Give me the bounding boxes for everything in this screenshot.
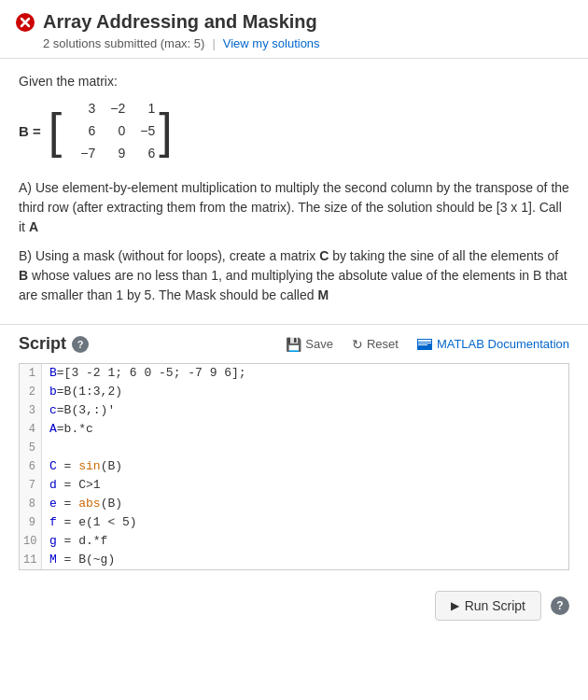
part-a-label: A) Use element-by-element multiplication… [19, 180, 569, 234]
script-actions: 💾 Save ↻ Reset MATLAB Documentation [286, 337, 569, 352]
code-line-8: 8 e = abs(B) [20, 495, 568, 513]
matrix-label: B = [19, 123, 41, 139]
matrix-grid: 3 −2 1 6 0 −5 −7 9 6 [65, 98, 155, 163]
save-button[interactable]: 💾 Save [286, 337, 333, 352]
given-text: Given the matrix: [19, 74, 569, 89]
code-editor[interactable]: 1 B=[3 -2 1; 6 0 -5; -7 9 6]; 2 b=B(1:3,… [19, 363, 569, 570]
code-line-4: 4 A=b.*c [20, 420, 568, 439]
code-line-11: 11 M = B(~g) [20, 551, 568, 569]
line-content-8: e = abs(B) [42, 495, 568, 513]
part-b-m-var: M [317, 287, 329, 302]
svg-rect-6 [418, 344, 427, 345]
problem-header: Array Addressing and Masking 2 solutions… [0, 0, 588, 59]
divider: | [212, 36, 215, 50]
line-content-10: g = d.*f [42, 532, 568, 551]
matrix-cell: 6 [129, 146, 155, 161]
matrix-container: B = [ 3 −2 1 6 0 −5 −7 9 6 ] [19, 98, 569, 163]
matrix-cell: −5 [129, 123, 155, 138]
bottom-row: ▶ Run Script ? [0, 585, 588, 632]
run-script-label: Run Script [465, 598, 525, 613]
matrix-cell: 3 [69, 101, 95, 116]
matrix-cell: 9 [99, 146, 125, 161]
part-b-rest: whose values are no less than 1, and mul… [19, 268, 567, 302]
line-num-1: 1 [20, 364, 42, 383]
part-a-text: A) Use element-by-element multiplication… [19, 178, 569, 237]
line-num-3: 3 [20, 401, 42, 420]
line-content-6: C = sin(B) [42, 457, 568, 476]
line-num-4: 4 [20, 420, 42, 439]
part-a-variable: A [29, 219, 38, 234]
line-num-10: 10 [20, 532, 42, 551]
code-line-9: 9 f = e(1 < 5) [20, 513, 568, 532]
part-b-mid: by taking the sine of all the elements o… [332, 248, 558, 263]
reset-label: Reset [367, 337, 399, 351]
code-line-6: 6 C = sin(B) [20, 457, 568, 476]
part-b-c-var: C [319, 248, 329, 263]
run-icon: ▶ [451, 599, 459, 612]
svg-rect-5 [418, 343, 431, 343]
code-line-1: 1 B=[3 -2 1; 6 0 -5; -7 9 6]; [20, 364, 568, 383]
line-num-8: 8 [20, 495, 42, 513]
part-b-text: B) Using a mask (without for loops), cre… [19, 246, 569, 305]
matlab-icon [417, 339, 432, 350]
title-row: Array Addressing and Masking [15, 11, 573, 33]
matrix-cell: 1 [129, 101, 155, 116]
line-content-11: M = B(~g) [42, 551, 568, 569]
line-content-7: d = C>1 [42, 476, 568, 495]
code-line-3: 3 c=B(3,:)' [20, 401, 568, 420]
line-content-9: f = e(1 < 5) [42, 513, 568, 532]
matrix-cell: −2 [99, 101, 125, 116]
script-help-icon[interactable]: ? [72, 336, 89, 353]
line-content-3: c=B(3,:)' [42, 401, 568, 420]
line-content-1: B=[3 -2 1; 6 0 -5; -7 9 6]; [42, 364, 568, 383]
code-line-7: 7 d = C>1 [20, 476, 568, 495]
line-num-6: 6 [20, 457, 42, 476]
page-title: Array Addressing and Masking [43, 11, 317, 33]
line-num-2: 2 [20, 383, 42, 401]
matrix-bracket: [ 3 −2 1 6 0 −5 −7 9 6 ] [49, 98, 173, 163]
line-num-7: 7 [20, 476, 42, 495]
bracket-left-icon: [ [49, 106, 62, 155]
header-subtitle: 2 solutions submitted (max: 5) | View my… [15, 36, 573, 50]
save-label: Save [305, 337, 333, 351]
run-script-button[interactable]: ▶ Run Script [435, 591, 541, 621]
matrix-cell: 6 [69, 123, 95, 138]
matlab-doc-icon [417, 339, 432, 350]
code-line-5: 5 [20, 439, 568, 457]
line-num-9: 9 [20, 513, 42, 532]
reset-icon: ↻ [352, 337, 363, 352]
line-num-11: 11 [20, 551, 42, 569]
part-b-prefix: B) Using a mask (without for loops), cre… [19, 248, 315, 263]
svg-rect-4 [418, 340, 431, 342]
submission-count: 2 solutions submitted (max: 5) [43, 36, 204, 50]
script-title: Script [19, 334, 66, 354]
page-container: Array Addressing and Masking 2 solutions… [0, 0, 588, 632]
code-line-10: 10 g = d.*f [20, 532, 568, 551]
script-header: Script ? 💾 Save ↻ Reset [0, 324, 588, 363]
error-icon [15, 12, 35, 33]
line-content-2: b=B(1:3,2) [42, 383, 568, 401]
line-num-5: 5 [20, 439, 42, 457]
matrix-cell: 0 [99, 123, 125, 138]
reset-button[interactable]: ↻ Reset [352, 337, 399, 352]
matlab-doc-label: MATLAB Documentation [437, 337, 569, 351]
matrix-cell: −7 [69, 146, 95, 161]
view-solutions-link[interactable]: View my solutions [223, 36, 320, 50]
problem-content: Given the matrix: B = [ 3 −2 1 6 0 −5 −7… [0, 59, 588, 324]
line-content-4: A=b.*c [42, 420, 568, 439]
part-b-b-var: B [19, 268, 28, 283]
code-line-2: 2 b=B(1:3,2) [20, 383, 568, 401]
run-help-icon[interactable]: ? [551, 596, 569, 615]
save-icon: 💾 [286, 337, 301, 352]
matlab-doc-button[interactable]: MATLAB Documentation [417, 337, 569, 351]
bracket-right-icon: ] [159, 106, 172, 155]
